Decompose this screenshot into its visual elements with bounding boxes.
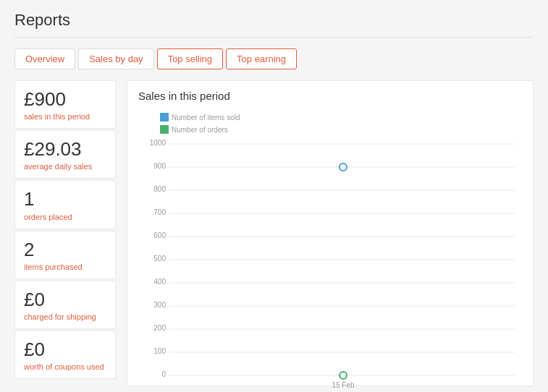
stat-value-items: 2 <box>24 239 106 261</box>
chart-area: Number of items sold Number of orders 10… <box>138 109 522 377</box>
stat-value-coupons: £0 <box>24 338 106 361</box>
x-label-15feb: 15 Feb <box>332 381 355 389</box>
stats-panel: £900 sales in this period £29.03 average… <box>14 80 116 386</box>
stat-label-sales: sales in this period <box>24 112 106 121</box>
tabs-bar: Overview Sales by day Top selling Top ea… <box>14 48 534 69</box>
y-label-900: 900 <box>153 162 166 170</box>
stat-value-shipping: £0 <box>24 289 106 311</box>
main-content: £900 sales in this period £29.03 average… <box>14 80 534 386</box>
page-title: Reports <box>14 11 534 38</box>
stat-label-coupons: worth of coupons used <box>24 362 106 371</box>
stat-shipping: £0 charged for shipping <box>14 281 116 329</box>
y-label-100: 100 <box>153 347 166 355</box>
legend-orders-box <box>160 125 169 134</box>
stat-value-sales: £900 <box>24 88 106 111</box>
legend-items-label: Number of items sold <box>172 114 240 122</box>
stat-label-shipping: charged for shipping <box>24 312 106 321</box>
chart-svg: Number of items sold Number of orders 10… <box>138 109 522 391</box>
stat-avg-daily: £29.03 average daily sales <box>14 130 116 179</box>
y-label-600: 600 <box>153 231 166 239</box>
stat-label-items: items purchased <box>24 263 106 271</box>
chart-title: Sales in this period <box>138 90 522 102</box>
legend-items-box <box>160 113 169 122</box>
stat-orders: 1 orders placed <box>14 180 116 229</box>
legend-orders-label: Number of orders <box>172 126 228 134</box>
tab-overview[interactable]: Overview <box>14 48 75 69</box>
y-label-200: 200 <box>153 324 166 332</box>
stat-items: 2 items purchased <box>14 231 116 279</box>
y-label-500: 500 <box>153 255 166 263</box>
y-label-1000: 1000 <box>150 139 166 147</box>
y-label-0: 0 <box>161 370 166 378</box>
y-label-800: 800 <box>153 185 166 193</box>
tab-sales-by-day[interactable]: Sales by day <box>78 48 153 69</box>
stat-label-orders: orders placed <box>24 213 106 221</box>
tab-top-earning[interactable]: Top earning <box>226 48 297 69</box>
chart-panel: Sales in this period Number of items sol… <box>127 80 534 386</box>
stat-value-orders: 1 <box>24 188 106 210</box>
stat-value-avg: £29.03 <box>24 138 106 161</box>
y-label-700: 700 <box>153 208 166 216</box>
tab-top-selling[interactable]: Top selling <box>157 48 223 69</box>
y-label-300: 300 <box>153 301 166 309</box>
stat-label-avg: average daily sales <box>24 162 106 171</box>
stat-coupons: £0 worth of coupons used <box>14 331 116 379</box>
reports-page: Reports Overview Sales by day Top sellin… <box>0 0 548 392</box>
stat-sales-period: £900 sales in this period <box>14 80 116 129</box>
y-label-400: 400 <box>153 278 166 286</box>
